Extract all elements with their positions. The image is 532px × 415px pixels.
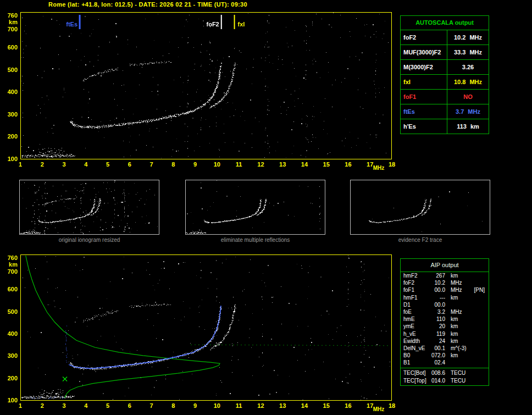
aip-row-value: 008.6 (429, 369, 445, 377)
aip-row-label: foF2 (403, 279, 429, 286)
x-tick-label-top: 3 (58, 162, 71, 168)
aip-row: ymE20km (401, 323, 489, 330)
aip-row-label: foE (403, 308, 429, 316)
aip-row: hmE110km (401, 316, 489, 323)
autoscala-row-value: 3.7MHz (447, 104, 489, 119)
autoscala-row-value: NO (447, 90, 489, 104)
aip-row-value: 072.0 (429, 352, 445, 359)
x-tick-label-bottom: 2 (36, 403, 49, 409)
x-tick-label-top: 12 (254, 162, 267, 168)
aip-row: B102.4 (401, 359, 489, 366)
x-tick-label-bottom: 7 (145, 403, 158, 409)
aip-row-label: Ewidth (403, 337, 429, 345)
x-tick-label-bottom: 1 (14, 403, 27, 409)
aip-row-unit: TECU (451, 377, 465, 384)
thumbnail-evidence-canvas (351, 180, 490, 234)
x-tick-label-top: 15 (320, 162, 333, 168)
x-tick-label-bottom: 15 (320, 403, 333, 409)
aip-row-value: 3.2 (429, 308, 445, 316)
aip-row-label: DelN_vE (403, 345, 429, 352)
aip-row: Ewidth24km (401, 337, 489, 345)
autoscala-row-value: 113km (447, 119, 489, 134)
marker-label-fxi: fxI (238, 21, 260, 27)
aip-row-label: D1 (403, 301, 429, 308)
aip-row-extra: [PN] (474, 286, 486, 294)
thumbnail-original-ionogram (19, 180, 159, 235)
aip-row: foF210.2MHz (401, 279, 489, 286)
aip-row-unit: km (451, 337, 458, 345)
y-tick-label-top: 760 (2, 13, 18, 19)
aip-row-label: TEC[Top] (403, 377, 429, 384)
autoscala-row: MUF(3000)F233.3MHz (401, 45, 489, 59)
aip-row: hmF2267km (401, 272, 489, 279)
aip-row: DelN_vE00.1m^(-3) (401, 345, 489, 352)
x-tick-label-top: 4 (79, 162, 92, 168)
x-tick-label-top: 2 (36, 162, 49, 168)
aip-rows: hmF2267kmfoF210.2MHzfoF100.0MHz[PN]hmF1-… (401, 272, 489, 366)
x-tick-label-bottom: 4 (79, 403, 92, 409)
y-tick-label-bottom: 760 (2, 255, 18, 261)
aip-row-value: 267 (429, 272, 445, 279)
aip-row-value: 110 (429, 316, 445, 323)
aip-row-label: B0 (403, 352, 429, 359)
x-tick-label-bottom: 5 (101, 403, 114, 409)
aip-tec-rows: TEC[Bot]008.6TECUTEC[Top]014.0TECU (401, 369, 489, 384)
x-tick-label-bottom: 6 (123, 403, 136, 409)
aip-row-label: ymE (403, 323, 429, 330)
x-tick-label-bottom: 9 (189, 403, 202, 409)
marker-label-ftes: ftEs (53, 21, 77, 27)
autoscala-row-label: fxI (401, 79, 447, 85)
aip-row: TEC[Bot]008.6TECU (401, 369, 489, 377)
autoscala-row-label: M(3000)F2 (401, 64, 447, 70)
y-tick-label-top: 600 (2, 45, 18, 51)
x-tick-label-top: 11 (232, 162, 246, 168)
aip-row: hmF1---km (401, 294, 489, 301)
y-tick-label-bottom: 300 (2, 353, 18, 359)
y-tick-label-bottom: 500 (2, 309, 18, 315)
x-tick-label-top: 7 (145, 162, 158, 168)
aip-row: h_vE119km (401, 330, 489, 337)
autoscala-row-value: 10.8MHz (447, 75, 489, 89)
aip-row: foF100.0MHz[PN] (401, 286, 489, 294)
aip-row-value: 00.1 (429, 345, 445, 352)
aip-row-unit: km (451, 330, 458, 337)
aip-row-unit: MHz (451, 279, 462, 286)
aip-row-label: foF1 (403, 286, 429, 294)
page-title: Rome (lat: +41.8, lon: 012.5) - DATE: 20… (48, 1, 247, 8)
aip-row-label: hmF2 (403, 272, 429, 279)
x-tick-label-bottom: 10 (210, 403, 224, 409)
x-tick-label-bottom: 8 (167, 403, 180, 409)
autoscala-row-value: 33.3MHz (447, 45, 489, 59)
autoscala-rows: foF210.2MHzMUF(3000)F233.3MHzM(3000)F23.… (401, 30, 489, 134)
thumbnail-caption-eliminate: eliminate multiple reflections (185, 237, 325, 243)
autoscala-row-label: foF1 (401, 93, 447, 100)
aip-row-value: 20 (429, 323, 445, 330)
aip-row-value: --- (429, 294, 445, 301)
autoscala-output-panel: AUTOSCALA output foF210.2MHzMUF(3000)F23… (400, 15, 489, 134)
x-tick-label-top: 6 (123, 162, 136, 168)
autoscala-row-label: h'Es (401, 123, 447, 130)
aip-row-value: 014.0 (429, 377, 445, 384)
autoscala-row: fxI10.8MHz (401, 74, 489, 89)
aip-row: foE3.2MHz (401, 308, 489, 316)
thumbnail-caption-evidence: evidence F2 trace (350, 237, 490, 243)
aip-output-title: AIP output (401, 259, 489, 272)
y-tick-label-bottom: 200 (2, 375, 18, 381)
x-axis-unit-top: MHz (368, 165, 390, 171)
aip-row-unit: km (451, 316, 458, 323)
bottom-ionogram-canvas (21, 255, 391, 400)
autoscala-row: ftEs3.7MHz (401, 104, 489, 119)
x-tick-label-bottom: 16 (341, 403, 354, 409)
y-axis-unit-bottom: km (2, 262, 18, 268)
x-axis-unit-bottom: MHz (368, 406, 390, 412)
autoscala-row-value: 3.26 (447, 60, 489, 74)
bottom-ionogram-plot (20, 254, 392, 401)
autoscala-row: h'Es113km (401, 119, 489, 134)
aip-row-unit: TECU (451, 369, 465, 377)
x-tick-label-bottom: 13 (276, 403, 289, 409)
thumbnail-eliminate-canvas (186, 180, 325, 234)
autoscala-output-title: AUTOSCALA output (401, 16, 489, 30)
aip-row-value: 00.0 (429, 301, 445, 308)
y-tick-label-bottom: 400 (2, 331, 18, 337)
aip-row-label: hmE (403, 316, 429, 323)
